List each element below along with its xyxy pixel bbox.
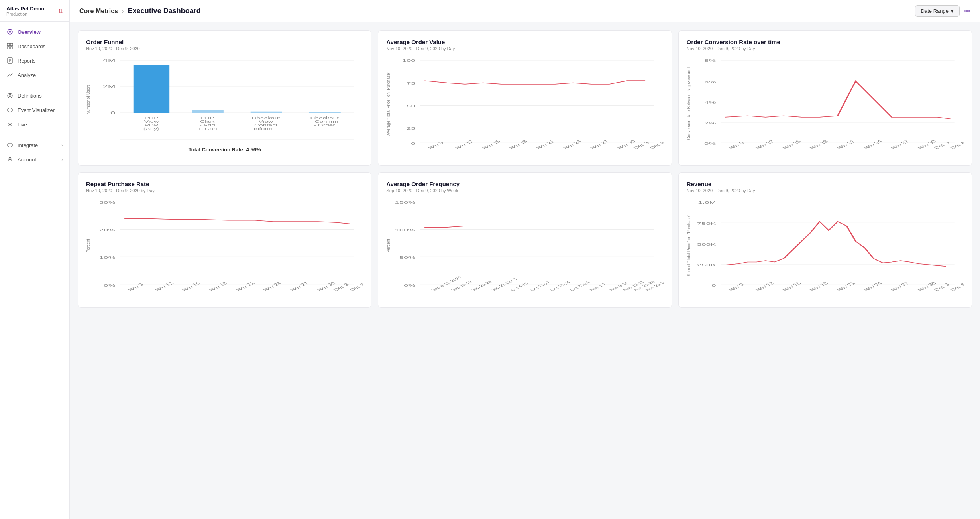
sidebar-item-event-visualizer[interactable]: Event Visualizer: [0, 103, 69, 117]
svg-rect-24: [251, 112, 282, 113]
svg-text:4%: 4%: [704, 100, 716, 104]
main-content: Core Metrics › Executive Dashboard Date …: [70, 0, 980, 519]
svg-text:to Cart: to Cart: [197, 127, 218, 130]
avg-order-value-title: Average Order Value: [386, 39, 663, 45]
sidebar-item-label: Account: [18, 157, 36, 163]
svg-text:- Order: - Order: [314, 124, 335, 127]
app-switcher-icon[interactable]: ⇅: [58, 8, 63, 14]
order-conversion-rate-card: Order Conversion Rate over time Nov 10, …: [678, 30, 972, 166]
sidebar-item-live[interactable]: Live: [0, 117, 69, 132]
svg-text:Nov 24: Nov 24: [562, 139, 583, 150]
svg-text:Nov 18: Nov 18: [507, 139, 529, 150]
integrate-chevron-icon: ›: [61, 143, 63, 147]
account-icon: [6, 156, 14, 163]
svg-rect-25: [309, 112, 341, 113]
svg-text:Oct 4-10: Oct 4-10: [509, 282, 530, 291]
svg-text:Nov 15: Nov 15: [180, 281, 202, 292]
svg-text:6%: 6%: [704, 79, 716, 83]
conversion-rate-text: Total Conversion Rate: 4.56%: [86, 147, 363, 153]
svg-text:4M: 4M: [103, 58, 115, 63]
svg-point-0: [9, 31, 11, 33]
sidebar-item-account[interactable]: Account ›: [0, 152, 69, 167]
sidebar-item-label: Reports: [18, 58, 36, 64]
svg-point-9: [8, 93, 12, 98]
svg-text:100%: 100%: [395, 228, 416, 232]
svg-text:Nov 18: Nov 18: [207, 281, 229, 292]
repeat-purchase-rate-card: Repeat Purchase Rate Nov 10, 2020 - Dec …: [78, 172, 371, 308]
avg-order-value-y-label: Average "Total Price" on "Purchase": [386, 72, 391, 136]
svg-text:0%: 0%: [404, 283, 415, 287]
svg-text:75: 75: [407, 81, 416, 85]
breadcrumb-current: Executive Dashboard: [128, 7, 201, 15]
svg-rect-23: [192, 110, 224, 113]
sidebar-item-label: Dashboards: [18, 43, 45, 49]
app-sub: Production: [6, 12, 44, 16]
svg-text:Dec 6: Dec 6: [348, 283, 363, 292]
svg-text:0%: 0%: [704, 141, 716, 145]
date-range-button[interactable]: Date Range ▾: [915, 5, 960, 17]
svg-text:Nov 27: Nov 27: [889, 139, 911, 150]
avg-order-frequency-title: Average Order Frequency: [386, 181, 663, 187]
svg-point-10: [9, 95, 11, 97]
svg-text:50%: 50%: [399, 255, 416, 259]
svg-text:Nov 12: Nov 12: [453, 139, 475, 150]
svg-text:8%: 8%: [704, 59, 716, 63]
repeat-purchase-rate-y-label: Percent: [86, 239, 90, 252]
svg-text:Nov 27: Nov 27: [889, 281, 911, 292]
app-logo[interactable]: Atlas Pet Demo Production ⇅: [0, 0, 69, 22]
svg-text:Nov 9: Nov 9: [426, 141, 446, 150]
svg-rect-22: [134, 65, 169, 113]
sidebar-item-overview[interactable]: Overview: [0, 25, 69, 39]
repeat-purchase-rate-subtitle: Nov 10, 2020 - Dec 9, 2020 by Day: [86, 188, 363, 193]
svg-text:Nov 9: Nov 9: [727, 283, 746, 292]
edit-icon[interactable]: ✏: [964, 7, 970, 16]
breadcrumb-parent: Core Metrics: [79, 8, 118, 15]
svg-text:Nov 15: Nov 15: [480, 139, 502, 150]
breadcrumb-separator: ›: [122, 8, 124, 14]
svg-rect-4: [10, 47, 13, 49]
sidebar-item-label: Analyze: [18, 72, 36, 78]
svg-text:Nov 12: Nov 12: [754, 139, 776, 150]
svg-text:Nov 12: Nov 12: [754, 281, 776, 292]
account-chevron-icon: ›: [61, 157, 63, 162]
svg-text:0%: 0%: [104, 283, 115, 287]
svg-text:2%: 2%: [704, 121, 716, 125]
svg-rect-3: [7, 47, 10, 49]
avg-order-value-card: Average Order Value Nov 10, 2020 - Dec 9…: [378, 30, 672, 166]
svg-text:500K: 500K: [697, 242, 716, 246]
app-name: Atlas Pet Demo: [6, 6, 44, 12]
topbar: Core Metrics › Executive Dashboard Date …: [70, 0, 980, 22]
avg-order-frequency-card: Average Order Frequency Sep 10, 2020 - D…: [378, 172, 672, 308]
sidebar: Atlas Pet Demo Production ⇅ Overview Das…: [0, 0, 70, 519]
svg-text:Nov 24: Nov 24: [261, 281, 283, 292]
sidebar-item-dashboards[interactable]: Dashboards: [0, 39, 69, 53]
svg-text:Oct 18-24: Oct 18-24: [549, 281, 572, 291]
svg-text:30%: 30%: [99, 201, 116, 204]
revenue-y-label: Sum of "Total Price" on "Purchase": [687, 215, 691, 276]
svg-text:Nov 21: Nov 21: [234, 281, 256, 292]
topbar-actions: Date Range ▾ ✏: [915, 5, 970, 17]
sidebar-item-analyze[interactable]: Analyze: [0, 68, 69, 82]
svg-text:Nov 24: Nov 24: [862, 139, 884, 150]
svg-text:Oct 11-17: Oct 11-17: [529, 281, 552, 291]
svg-text:750K: 750K: [697, 221, 716, 225]
svg-text:10%: 10%: [99, 255, 116, 259]
svg-rect-1: [7, 43, 10, 46]
svg-text:Nov 18: Nov 18: [807, 281, 829, 292]
breadcrumb: Core Metrics › Executive Dashboard: [79, 7, 201, 15]
charts-grid: Order Funnel Nov 10, 2020 - Dec 9, 2020 …: [78, 30, 972, 308]
svg-text:Nov 27: Nov 27: [288, 281, 310, 292]
order-funnel-title: Order Funnel: [86, 39, 363, 45]
order-funnel-card: Order Funnel Nov 10, 2020 - Dec 9, 2020 …: [78, 30, 371, 166]
sidebar-nav: Overview Dashboards Reports Analyze: [0, 22, 69, 519]
sidebar-item-definitions[interactable]: Definitions: [0, 88, 69, 103]
svg-text:100: 100: [402, 59, 416, 63]
reports-icon: [6, 57, 14, 64]
svg-marker-11: [8, 108, 12, 112]
sidebar-item-reports[interactable]: Reports: [0, 53, 69, 68]
order-funnel-subtitle: Nov 10, 2020 - Dec 9, 2020: [86, 46, 363, 51]
svg-text:150%: 150%: [395, 201, 416, 204]
order-conversion-rate-title: Order Conversion Rate over time: [687, 39, 964, 45]
svg-point-14: [9, 157, 11, 159]
sidebar-item-integrate[interactable]: Integrate ›: [0, 138, 69, 152]
